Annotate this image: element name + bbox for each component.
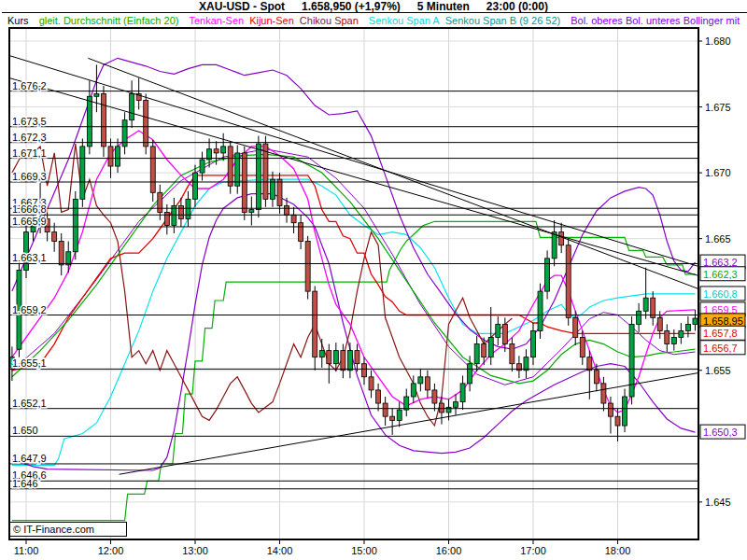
price-tick-label: 1.670 bbox=[705, 167, 731, 178]
candle-up bbox=[468, 364, 472, 384]
candle-up bbox=[643, 298, 648, 311]
candle-down bbox=[601, 384, 606, 403]
candle-up bbox=[623, 397, 627, 426]
candle-up bbox=[411, 384, 416, 397]
candle-up bbox=[116, 147, 120, 166]
candle-down bbox=[158, 192, 162, 212]
candle-up bbox=[671, 337, 676, 343]
candle-down bbox=[665, 330, 669, 343]
candle-down bbox=[277, 179, 282, 205]
time-label: 18:00 bbox=[605, 545, 631, 556]
candle-down bbox=[178, 205, 183, 218]
level-label: 1.672,3 bbox=[12, 132, 47, 143]
price-box-value: 1.650,3 bbox=[703, 427, 738, 438]
grid-layer bbox=[10, 29, 698, 539]
candle-down bbox=[313, 291, 317, 357]
candle-up bbox=[200, 160, 204, 173]
candle-up bbox=[404, 397, 409, 410]
series-senkou-span-b bbox=[12, 221, 696, 520]
price-tick-label: 1.680 bbox=[705, 35, 731, 47]
time-label: 11:00 bbox=[14, 545, 39, 556]
candle-up bbox=[347, 351, 352, 371]
candle-up bbox=[24, 232, 29, 271]
candle-down bbox=[285, 205, 289, 215]
candle-down bbox=[341, 351, 345, 371]
candle-down bbox=[101, 93, 106, 146]
candle-up bbox=[538, 291, 543, 330]
candle-up bbox=[186, 199, 190, 218]
candles-layer bbox=[9, 64, 698, 441]
candle-up bbox=[87, 96, 92, 147]
candle-down bbox=[369, 377, 374, 390]
candle-down bbox=[615, 416, 620, 426]
price-tick-label: 1.675 bbox=[705, 102, 731, 113]
time-label: 17:00 bbox=[520, 545, 546, 556]
series-senkou-span-a bbox=[12, 179, 696, 465]
candle-down bbox=[587, 357, 592, 371]
candle-down bbox=[52, 232, 57, 242]
level-label: 1.671,1 bbox=[12, 147, 47, 159]
candle-down bbox=[439, 403, 444, 413]
candle-down bbox=[242, 153, 247, 212]
candle-up bbox=[80, 147, 85, 199]
trading-app-window: XAU-USD - Spot 1.658,950 (+1,97%) 5 Minu… bbox=[0, 0, 747, 560]
candle-down bbox=[390, 416, 395, 420]
candle-down bbox=[482, 344, 486, 357]
time-label: 14:00 bbox=[267, 545, 293, 556]
candle-up bbox=[685, 324, 690, 330]
candle-down bbox=[432, 390, 437, 403]
level-label: 1.655,1 bbox=[12, 357, 47, 369]
candle-up bbox=[130, 93, 134, 119]
x-axis: 11:0012:0013:0014:0015:0016:0017:0018:00 bbox=[14, 539, 631, 556]
candle-up bbox=[94, 93, 99, 96]
level-label: 1.676,2 bbox=[12, 80, 47, 91]
candle-up bbox=[488, 337, 493, 357]
candle-up bbox=[460, 384, 465, 402]
candle-down bbox=[594, 371, 599, 384]
candle-up bbox=[679, 330, 684, 337]
time-label: 15:00 bbox=[351, 545, 377, 556]
candle-down bbox=[291, 215, 296, 222]
price-box-value: 1.656,7 bbox=[703, 343, 738, 354]
candle-up bbox=[249, 210, 254, 213]
price-box-value: 1.657,8 bbox=[703, 328, 738, 339]
candle-up bbox=[693, 318, 698, 324]
level-label: 1.646 bbox=[12, 478, 38, 489]
candle-down bbox=[355, 351, 359, 364]
candle-up bbox=[496, 324, 500, 337]
candle-down bbox=[144, 100, 148, 146]
plot-border bbox=[9, 28, 698, 539]
candle-up bbox=[418, 377, 423, 384]
time-label: 12:00 bbox=[98, 545, 124, 556]
candle-down bbox=[566, 245, 571, 318]
candle-down bbox=[510, 344, 514, 364]
indicator-layer bbox=[12, 58, 696, 520]
candle-up bbox=[637, 311, 641, 324]
candle-down bbox=[164, 212, 169, 225]
time-label: 16:00 bbox=[436, 545, 462, 556]
price-box-value: 1.662,3 bbox=[703, 269, 738, 280]
candle-down bbox=[214, 149, 218, 153]
candle-down bbox=[580, 337, 585, 357]
candle-up bbox=[256, 144, 261, 210]
level-label: 1.652,1 bbox=[12, 398, 47, 409]
candle-up bbox=[552, 232, 557, 259]
candle-down bbox=[361, 364, 366, 377]
candle-down bbox=[502, 324, 507, 343]
candle-up bbox=[454, 402, 458, 408]
candle-down bbox=[425, 377, 430, 390]
price-box-layer: 1.663,21.662,31.660,81.659,51.658,951.65… bbox=[700, 255, 745, 439]
level-label: 1.663,1 bbox=[12, 252, 47, 263]
candle-down bbox=[59, 241, 63, 264]
candle-up bbox=[192, 173, 197, 199]
price-box-value: 1.658,95 bbox=[703, 315, 743, 327]
candle-down bbox=[573, 317, 578, 337]
price-chart[interactable]: 11:0012:0013:0014:0015:0016:0017:0018:00… bbox=[0, 0, 747, 560]
candle-up bbox=[397, 410, 402, 420]
price-tick-label: 1.645 bbox=[705, 497, 731, 508]
level-label: 1.647,9 bbox=[12, 453, 47, 464]
trendline-ascending-1[interactable] bbox=[120, 373, 698, 475]
level-label: 1.665,9 bbox=[12, 216, 47, 227]
candle-down bbox=[657, 317, 662, 330]
candle-down bbox=[305, 241, 310, 291]
